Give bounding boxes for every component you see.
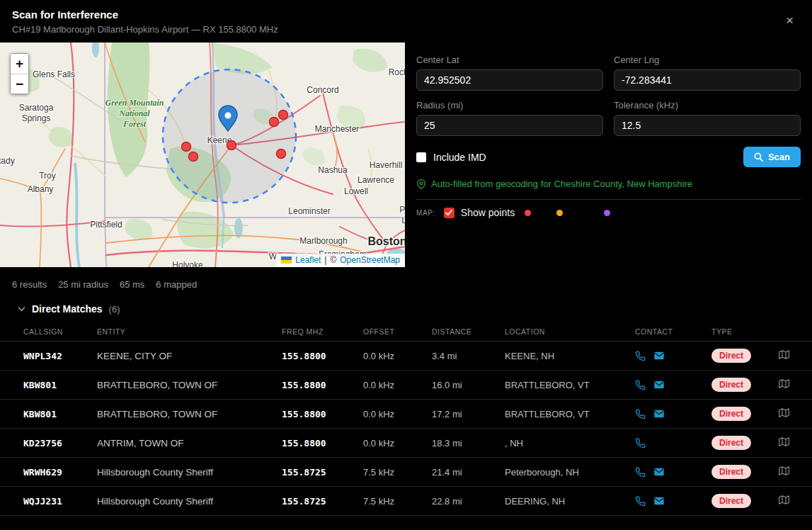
- phone-icon[interactable]: [635, 467, 646, 478]
- cell-map: [779, 436, 812, 450]
- email-icon[interactable]: [653, 408, 665, 419]
- center-lat-field-group: Center Lat: [416, 55, 603, 91]
- tolerance-field-group: Tolerance (kHz): [614, 100, 801, 136]
- column-header: CALLSIGN: [23, 327, 97, 336]
- result-marker[interactable]: [227, 141, 236, 150]
- column-header: CONTACT: [635, 327, 711, 336]
- type-badge: Direct: [711, 378, 751, 392]
- map-label: National: [118, 108, 150, 118]
- map-icon[interactable]: [779, 495, 789, 505]
- table-row[interactable]: WRWH629Hillsborough County Sheriff155.87…: [0, 458, 812, 487]
- openstreetmap-link[interactable]: OpenStreetMap: [340, 255, 400, 265]
- type-badge: Direct: [711, 436, 751, 450]
- map-icon[interactable]: [779, 349, 789, 360]
- type-badge: Direct: [711, 465, 751, 479]
- column-header: LOCATION: [505, 327, 635, 336]
- cell-type: Direct: [711, 349, 779, 363]
- center-lat-label: Center Lat: [416, 55, 603, 65]
- scan-form: Center Lat Center Lng Radius (mi) Tolera…: [405, 43, 812, 267]
- email-icon[interactable]: [653, 350, 665, 361]
- result-marker[interactable]: [277, 150, 286, 159]
- cell-entity: BRATTLEBORO, TOWN OF: [97, 380, 282, 390]
- dialog-header: Scan for Interference CH#19 Marlborough …: [0, 0, 812, 43]
- radius-label: Radius (mi): [416, 100, 603, 111]
- cell-callsign: KBW801: [23, 409, 97, 419]
- cell-map: [779, 466, 812, 479]
- result-marker[interactable]: [270, 118, 279, 127]
- result-marker[interactable]: [182, 142, 191, 152]
- tolerance-input[interactable]: [614, 115, 801, 136]
- cell-contact: [635, 466, 711, 478]
- cell-distance: 17.2 mi: [432, 409, 505, 419]
- table-row[interactable]: WNPL342KEENE, CITY OF155.88000.0 kHz3.4 …: [0, 342, 812, 371]
- ukraine-flag-icon: [281, 256, 292, 264]
- cell-callsign: WQJJ231: [23, 496, 97, 507]
- column-header: TYPE: [711, 327, 779, 336]
- geocode-note-text: Auto-filled from geocoding for Cheshire …: [431, 179, 692, 189]
- close-icon[interactable]: ×: [783, 12, 796, 28]
- email-icon[interactable]: [653, 379, 665, 390]
- table-row[interactable]: KBW801BRATTLEBORO, TOWN OF155.88000.0 kH…: [0, 400, 812, 429]
- cell-distance: 3.4 mi: [432, 351, 505, 361]
- top-section: Glens FallsSaratogaSpringsGreen Mountain…: [0, 43, 812, 267]
- include-imd-box[interactable]: [416, 152, 426, 162]
- cell-contact: [635, 408, 711, 419]
- map-label: Holyoke: [172, 260, 203, 267]
- radius-input[interactable]: [416, 115, 603, 136]
- center-lat-input[interactable]: [416, 69, 603, 91]
- table-row[interactable]: WQJJ231Hillsborough County Sheriff155.87…: [0, 487, 812, 516]
- legend-dots: [515, 210, 610, 216]
- phone-icon[interactable]: [635, 409, 646, 419]
- phone-icon[interactable]: [635, 380, 646, 390]
- center-lng-input[interactable]: [614, 69, 801, 91]
- page-title: Scan for Interference: [12, 9, 800, 21]
- phone-icon[interactable]: [635, 438, 646, 449]
- leaflet-link[interactable]: Leaflet: [295, 255, 321, 265]
- section-title: Direct Matches: [32, 303, 103, 315]
- phone-icon[interactable]: [635, 496, 646, 507]
- map-label: Boston: [367, 235, 405, 247]
- cell-offset: 0.0 kHz: [363, 438, 432, 449]
- zoom-in-button[interactable]: +: [11, 54, 28, 74]
- cell-freq: 155.8800: [282, 380, 363, 390]
- table-row[interactable]: KD23756ANTRIM, TOWN OF155.88000.0 kHz18.…: [0, 429, 812, 458]
- chevron-down-icon: [18, 306, 25, 312]
- map-label: Marlborough: [299, 236, 347, 246]
- map-icon[interactable]: [779, 436, 789, 447]
- cell-contact: [635, 350, 711, 361]
- map-icon[interactable]: [779, 378, 789, 389]
- search-icon: [754, 152, 763, 162]
- direct-matches-header[interactable]: Direct Matches (6): [0, 290, 812, 322]
- cell-type: Direct: [711, 436, 779, 450]
- cell-location: KEENE, NH: [505, 351, 635, 361]
- result-marker[interactable]: [279, 111, 288, 120]
- stat-item: 25 mi radius: [58, 279, 108, 290]
- attribution-separator: |: [324, 255, 326, 265]
- cell-distance: 21.4 mi: [432, 467, 505, 478]
- result-marker[interactable]: [189, 152, 198, 162]
- map-label: Troy: [39, 171, 56, 181]
- email-icon[interactable]: [653, 466, 665, 478]
- show-points-checkbox[interactable]: [444, 208, 454, 218]
- map-controls-row: MAP: Show points: [416, 207, 801, 218]
- table-row[interactable]: KBW801BRATTLEBORO, TOWN OF155.88000.0 kH…: [0, 371, 812, 400]
- cell-type: Direct: [711, 494, 779, 508]
- map-label: Leominster: [288, 206, 330, 216]
- include-imd-checkbox[interactable]: Include IMD: [416, 152, 486, 163]
- map-label: Albany: [28, 184, 54, 194]
- map-label: Saratoga: [19, 103, 54, 113]
- phone-icon[interactable]: [635, 351, 646, 361]
- map-icon[interactable]: [779, 407, 789, 418]
- map-label: Schenectady: [0, 156, 15, 166]
- zoom-out-button[interactable]: −: [11, 74, 28, 94]
- map-icon[interactable]: [779, 466, 789, 476]
- cell-map: [779, 349, 812, 363]
- map-canvas[interactable]: Glens FallsSaratogaSpringsGreen Mountain…: [0, 43, 405, 267]
- scan-button[interactable]: Scan: [743, 147, 801, 167]
- cell-offset: 0.0 kHz: [363, 409, 432, 419]
- stat-item: 6 results: [12, 279, 47, 290]
- map-controls-label: MAP:: [416, 209, 435, 217]
- column-header: DISTANCE: [432, 327, 505, 336]
- center-lng-label: Center Lng: [614, 55, 801, 65]
- email-icon[interactable]: [653, 495, 665, 507]
